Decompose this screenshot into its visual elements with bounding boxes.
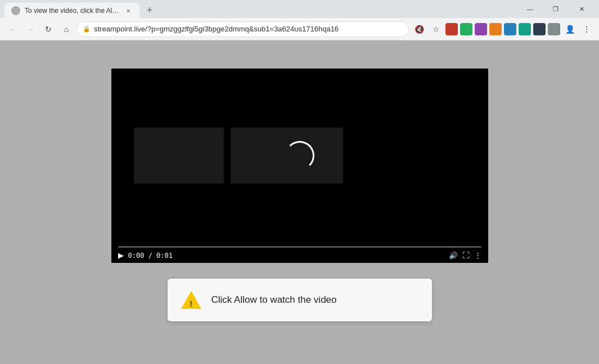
minimize-button[interactable]: —	[517, 0, 543, 18]
fullscreen-button[interactable]: ⛶	[462, 251, 470, 260]
extension-3-icon[interactable]	[475, 23, 487, 35]
reload-button[interactable]: ↻	[40, 21, 56, 37]
warning-icon: !	[181, 290, 201, 310]
more-button[interactable]: ⋮	[474, 251, 481, 260]
tab-strip: To view the video, click the Allow ✕ +	[4, 0, 157, 18]
notification-message: Click Allow to watch the video	[211, 294, 337, 306]
extension-2-icon[interactable]	[460, 23, 472, 35]
video-screen[interactable]	[111, 69, 488, 243]
window-controls: — ❐ ✕	[517, 0, 595, 18]
time-separator: /	[148, 252, 156, 260]
address-bar[interactable]: 🔒 streampoint.live/?p=gmzggzlfgi5gi3bpge…	[76, 21, 409, 37]
back-button[interactable]: ←	[4, 21, 20, 37]
extension-8-icon[interactable]	[548, 23, 560, 35]
loading-spinner	[285, 141, 314, 170]
menu-icon[interactable]: ⋮	[579, 21, 595, 37]
notification-box: ! Click Allow to watch the video	[168, 279, 432, 321]
vid-block-1	[134, 128, 224, 184]
maximize-button[interactable]: ❐	[543, 0, 569, 18]
progress-bar[interactable]	[118, 246, 481, 248]
controls-row: ▶ 0:00 / 0:01 🔊 ⛶ ⋮	[118, 251, 481, 260]
active-tab[interactable]: To view the video, click the Allow ✕	[4, 3, 139, 19]
account-icon[interactable]: 👤	[562, 21, 578, 37]
extension-4-icon[interactable]	[489, 23, 502, 35]
lock-icon: 🔒	[83, 25, 91, 33]
home-button[interactable]: ⌂	[58, 21, 74, 37]
warning-exclamation: !	[190, 300, 192, 308]
video-controls: ▶ 0:00 / 0:01 🔊 ⛶ ⋮	[111, 243, 488, 263]
video-player: ▶ 0:00 / 0:01 🔊 ⛶ ⋮	[111, 69, 488, 263]
tab-favicon	[11, 6, 20, 15]
volume-button[interactable]: 🔊	[449, 251, 458, 260]
play-button[interactable]: ▶	[118, 251, 124, 260]
close-button[interactable]: ✕	[569, 0, 595, 18]
time-current: 0:00	[128, 252, 145, 260]
bookmark-icon[interactable]: ☆	[428, 21, 444, 37]
extension-5-icon[interactable]	[504, 23, 516, 35]
mute-icon[interactable]: 🔇	[411, 21, 427, 37]
tab-close-button[interactable]: ✕	[124, 6, 133, 15]
extension-1-icon[interactable]	[445, 23, 458, 35]
toolbar-icons: 🔇 ☆ 👤 ⋮	[411, 21, 595, 37]
extension-7-icon[interactable]	[533, 23, 546, 35]
time-display: 0:00 / 0:01	[128, 252, 173, 260]
extension-6-icon[interactable]	[519, 23, 531, 35]
toolbar: ← → ↻ ⌂ 🔒 streampoint.live/?p=gmzggzlfgi…	[0, 18, 599, 40]
title-bar: To view the video, click the Allow ✕ + —…	[0, 0, 599, 18]
new-tab-button[interactable]: +	[142, 2, 157, 18]
forward-button[interactable]: →	[22, 21, 38, 37]
address-text: streampoint.live/?p=gmzggzlfgi5gi3bpge2d…	[94, 25, 403, 33]
tab-title: To view the video, click the Allow	[25, 7, 119, 15]
page-content: ▶ 0:00 / 0:01 🔊 ⛶ ⋮ ! Click A	[0, 40, 599, 364]
browser-window: To view the video, click the Allow ✕ + —…	[0, 0, 599, 364]
time-total: 0:01	[156, 252, 173, 260]
